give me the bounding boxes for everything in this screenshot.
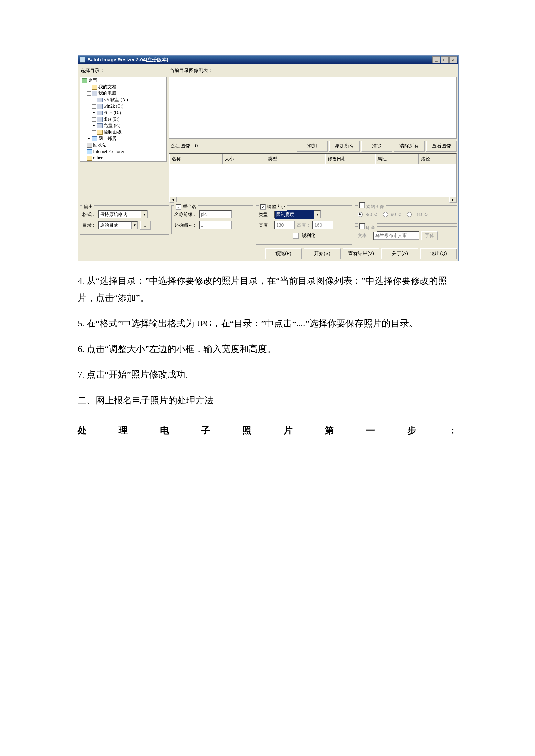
start-button[interactable]: 开始(S) [304,248,341,259]
sharpen-checkbox[interactable] [293,233,298,238]
scroll-track[interactable] [177,197,449,202]
scroll-left-icon[interactable]: ◄ [169,197,177,202]
step-4: 4. 从“选择目录：”中选择你要修改的照片目录，在“当前目录图像列表：”中选择你… [78,272,457,307]
expand-icon[interactable]: + [92,98,96,102]
format-value: 保持原始格式 [99,210,141,219]
close-button[interactable]: × [449,56,457,63]
rename-group: ✓重命名 名称前缀： 起始编号： [171,205,253,234]
directory-tree[interactable]: 桌面 +我的文档 −我的电脑 +3.5 软盘 (A:) +win2k (C:) … [80,77,167,162]
chevron-down-icon: ▼ [141,211,147,218]
spaced-char: 处 [78,422,87,439]
step-7: 7. 点击“开始”照片修改成功。 [78,366,457,383]
col-path[interactable]: 路径 [419,153,456,164]
title-bar: Batch Image Resizer 2.04(注册版本) _ □ × [78,56,458,64]
add-button[interactable]: 添加 [296,141,328,151]
tree-control-panel[interactable]: 控制面板 [103,130,122,134]
tree-drive-f[interactable]: 光盘 (F:) [103,123,121,128]
col-name[interactable]: 名称 [169,153,223,164]
expand-icon[interactable]: + [92,111,96,115]
quit-button[interactable]: 退出(Q) [420,248,457,259]
resize-type-select[interactable]: 限制宽度 ▼ [274,210,321,219]
preview-button[interactable]: 预览(P) [265,248,302,259]
prefix-label: 名称前缀： [174,210,197,219]
stamp-checkbox[interactable] [359,223,365,229]
drive-icon [97,117,102,122]
tree-mycomputer[interactable]: 我的电脑 [98,91,116,96]
col-type[interactable]: 类型 [266,153,325,164]
thumbnail-area[interactable] [169,77,457,139]
tree-network[interactable]: 网上邻居 [98,136,116,141]
horizontal-scrollbar[interactable]: ◄ ► [169,197,456,202]
cdrom-icon [97,123,102,128]
about-button[interactable]: 关于(A) [381,248,418,259]
maximize-button[interactable]: □ [441,56,449,63]
folder-icon [87,156,92,161]
remove-button[interactable]: 清除 [361,141,392,151]
spaced-char: 照 [242,422,251,439]
tree-mydocs[interactable]: 我的文档 [98,84,116,89]
rotate-checkbox[interactable] [359,202,365,208]
scroll-right-icon[interactable]: ► [449,197,456,202]
expand-icon[interactable]: + [92,124,96,128]
tree-drive-e[interactable]: files (E:) [103,117,119,122]
add-all-button[interactable]: 添加所有 [329,141,360,151]
spaced-char: 片 [284,422,293,439]
desktop-icon [81,78,87,83]
dir-select[interactable]: 原始目录 ▼ [98,221,138,230]
stamp-group: 印章 文本： 字体 [355,226,457,245]
col-size[interactable]: 大小 [223,153,266,164]
resize-checkbox[interactable]: ✓ [260,204,266,210]
expand-icon[interactable]: + [92,117,96,122]
resize-group: ✓调整大小 类型： 限制宽度 ▼ 宽度： 高度： [256,205,352,245]
rotate-right-icon: ↻ [398,210,402,219]
spaced-char: 子 [201,422,210,439]
expand-icon[interactable]: + [87,85,91,89]
tree-drive-c[interactable]: win2k (C:) [103,104,123,109]
recycle-bin-icon [87,143,92,148]
tree-drive-d[interactable]: Files (D:) [103,110,121,115]
expand-icon[interactable]: + [92,130,96,134]
tree-desktop[interactable]: 桌面 [88,78,97,83]
spaced-char: 步 [407,422,416,439]
prefix-input[interactable] [199,210,232,219]
expand-icon[interactable]: − [87,92,91,96]
rotate-p90-radio[interactable] [383,212,388,217]
expand-icon[interactable]: + [92,104,96,109]
chevron-down-icon: ▼ [314,211,320,218]
control-panel-icon [97,130,102,135]
resize-type-label: 类型： [259,210,272,219]
tree-recycle-bin[interactable]: 回收站 [93,143,107,148]
step-5: 5. 在“格式”中选择输出格式为 JPG，在“目录：”中点击“....”选择你要… [78,315,457,332]
expand-icon[interactable]: + [87,137,91,141]
rename-checkbox[interactable]: ✓ [176,204,182,210]
image-list[interactable]: ◄ ► [169,164,457,203]
browse-button[interactable]: ... [140,221,151,230]
list-header: 名称 大小 类型 修改日期 属性 路径 [169,153,457,164]
output-group: 输出 格式： 保持原始格式 ▼ 目录： 原始目录 ▼ [80,205,169,235]
resize-group-legend: ✓调整大小 [259,202,287,211]
tree-other[interactable]: other [93,155,102,160]
tree-ie[interactable]: Internet Explorer [93,149,124,154]
selected-count: 选定图像：0 [169,141,200,151]
ie-icon [87,149,92,154]
network-icon [92,136,98,141]
results-button[interactable]: 查看结果(V) [343,248,380,259]
view-image-button[interactable]: 查看图像 [426,141,457,151]
col-attr[interactable]: 属性 [375,153,419,164]
width-input[interactable] [274,221,295,229]
tree-drive-a[interactable]: 3.5 软盘 (A:) [103,97,128,102]
col-date[interactable]: 修改日期 [325,153,375,164]
rotate-p180-radio[interactable] [407,212,412,217]
image-list-label: 当前目录图像列表： [169,66,456,75]
rotate-m90-radio[interactable] [358,212,363,217]
output-group-legend: 输出 [82,202,94,211]
format-label: 格式： [82,210,96,219]
format-select[interactable]: 保持原始格式 ▼ [98,210,148,219]
startnum-input[interactable] [199,221,232,229]
minimize-button[interactable]: _ [433,56,440,63]
section-2-title: 二、网上报名电子照片的处理方法 [78,392,457,409]
rotate-group-legend: 旋转图像 [358,202,385,211]
remove-all-button[interactable]: 清除所有 [394,141,425,151]
step-6: 6. 点击“调整大小”左边的小框，输入宽度和高度。 [78,340,457,358]
spaced-char: 理 [119,422,128,439]
